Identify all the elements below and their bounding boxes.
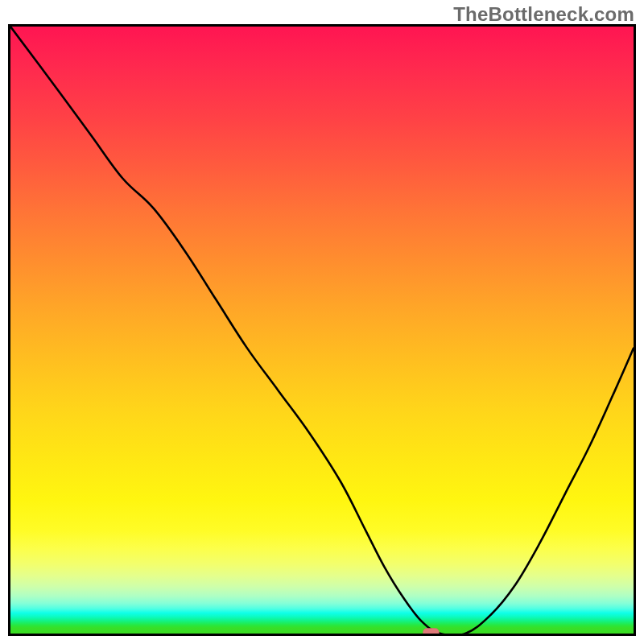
watermark-text: TheBottleneck.com: [453, 3, 634, 26]
plot-svg: [10, 27, 634, 634]
optimum-marker: [423, 629, 439, 634]
bottleneck-curve: [10, 27, 634, 634]
plot-area: [8, 24, 636, 636]
chart-frame: TheBottleneck.com: [0, 0, 644, 644]
